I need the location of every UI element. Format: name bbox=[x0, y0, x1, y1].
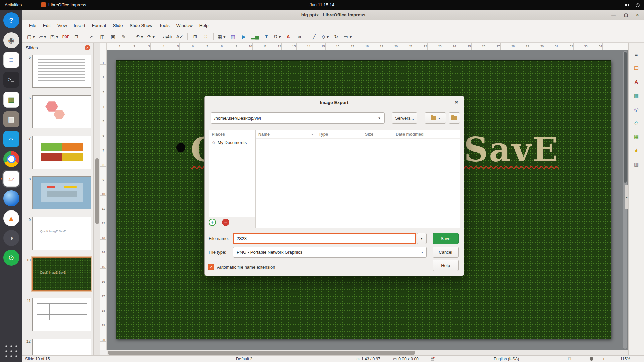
document-modified-icon[interactable] bbox=[430, 356, 435, 362]
minimize-button[interactable]: — bbox=[611, 12, 616, 17]
scrollbar-thumb[interactable] bbox=[108, 351, 415, 355]
paste-button[interactable]: ▣ bbox=[108, 32, 118, 41]
scrollbar-thumb[interactable] bbox=[95, 158, 99, 224]
insert-textbox-button[interactable]: T bbox=[261, 32, 271, 41]
shapes-icon[interactable]: ◇ bbox=[631, 118, 641, 128]
slide-thumbnail-item[interactable]: 10 QuicK ImagE SavE bbox=[23, 257, 93, 291]
file-list-column-header[interactable]: Date modified bbox=[393, 130, 459, 138]
dock-terminal[interactable]: >_ bbox=[3, 72, 19, 88]
insert-image-button[interactable]: ▨ bbox=[228, 32, 238, 41]
print-button[interactable]: ⊟ bbox=[71, 32, 82, 41]
language-status[interactable]: English (USA) bbox=[494, 356, 519, 362]
zoom-slider-thumb[interactable] bbox=[590, 357, 593, 361]
shapes-button[interactable]: ◇ ▾ bbox=[320, 32, 331, 41]
save-button[interactable]: ◰ ▾ bbox=[49, 32, 60, 41]
slides-panel-close-icon[interactable]: × bbox=[85, 45, 90, 50]
slide-transition-icon[interactable]: ▦ bbox=[631, 132, 641, 142]
path-combobox[interactable]: /home/user/Desktop/vivi bbox=[211, 112, 385, 124]
slide-thumbnail[interactable] bbox=[32, 339, 91, 355]
dock-browser[interactable] bbox=[3, 190, 19, 206]
dock-gimp[interactable]: ◑ bbox=[3, 230, 19, 246]
file-name-input[interactable]: 2323 bbox=[233, 233, 416, 244]
menu-window[interactable]: Window bbox=[173, 22, 196, 29]
slide-thumbnail-item[interactable]: 8 bbox=[23, 176, 93, 209]
menu-insert[interactable]: Insert bbox=[71, 22, 88, 29]
slide-thumbnail[interactable] bbox=[32, 176, 91, 209]
slide-thumbnail-item[interactable]: 6 bbox=[23, 95, 93, 128]
sidebar-collapse-handle[interactable]: ◂ bbox=[625, 185, 628, 209]
open-file-button[interactable]: ▱ ▾ bbox=[37, 32, 48, 41]
dock-file-manager[interactable]: ▤ bbox=[3, 111, 19, 127]
find-replace-button[interactable]: a⇄b bbox=[161, 32, 174, 41]
slide-thumbnail-item[interactable]: 5 bbox=[23, 55, 93, 88]
scrollbar-thumb[interactable] bbox=[624, 52, 627, 183]
navigator-icon[interactable]: ◎ bbox=[631, 104, 641, 114]
slide-thumbnail[interactable] bbox=[32, 298, 91, 331]
insert-table-button[interactable]: ▦ ▾ bbox=[216, 32, 227, 41]
gallery-icon[interactable]: ▧ bbox=[631, 90, 641, 101]
servers-button[interactable]: Servers... bbox=[392, 112, 417, 124]
path-dropdown-icon[interactable]: ▾ bbox=[374, 112, 384, 124]
slide-thumbnail[interactable]: QuicK ImagE SavE bbox=[32, 217, 91, 250]
menu-slide-show[interactable]: Slide Show bbox=[127, 22, 156, 29]
special-character-button[interactable]: Ω ▾ bbox=[272, 32, 282, 41]
export-pdf-button[interactable]: PDF bbox=[61, 32, 71, 41]
animation-icon[interactable]: ★ bbox=[631, 145, 641, 156]
redo-button[interactable]: ↷ ▾ bbox=[146, 32, 157, 41]
insert-line-button[interactable]: ╱ bbox=[309, 32, 319, 41]
menu-edit[interactable]: Edit bbox=[40, 22, 54, 29]
spelling-button[interactable]: A✓ bbox=[175, 32, 185, 41]
slides-panel-scrollbar[interactable] bbox=[94, 43, 100, 355]
clock[interactable]: Jun 11 15:14 bbox=[0, 2, 644, 7]
zoom-out-button[interactable]: − bbox=[576, 356, 581, 362]
menu-help[interactable]: Help bbox=[196, 22, 212, 29]
rotate-button[interactable]: ↻ bbox=[331, 32, 341, 41]
auto-extension-checkbox[interactable]: ✓ bbox=[208, 264, 214, 270]
undo-button[interactable]: ↶ ▾ bbox=[134, 32, 145, 41]
insert-media-button[interactable]: ▶ bbox=[239, 32, 249, 41]
dock-screenshot-tool[interactable]: ◉ bbox=[3, 32, 19, 48]
menu-tools[interactable]: Tools bbox=[156, 22, 173, 29]
file-name-dropdown-icon[interactable]: ▾ bbox=[417, 233, 427, 244]
dock-help[interactable]: ? bbox=[3, 12, 19, 28]
slide-thumbnail-item[interactable]: 12 bbox=[23, 339, 93, 355]
slide-thumbnail[interactable]: QuicK ImagE SavE bbox=[32, 257, 91, 291]
dock-software-center[interactable]: ⊙ bbox=[3, 250, 19, 266]
display-views-button[interactable]: ▭ ▾ bbox=[342, 32, 353, 41]
window-title-bar[interactable]: big.pptx - LibreOffice Impress — ▢ × bbox=[22, 10, 644, 20]
add-place-button[interactable]: + bbox=[209, 219, 216, 226]
slide-thumbnail-item[interactable]: 9 QuicK ImagE SavE bbox=[23, 217, 93, 250]
layout-name-status[interactable]: Default 2 bbox=[236, 356, 252, 362]
dock-vlc[interactable]: ▲ bbox=[3, 210, 19, 226]
system-status-area[interactable] bbox=[625, 3, 640, 7]
create-folder-button[interactable]: ▾ bbox=[425, 112, 446, 124]
dock-libreoffice-writer[interactable]: ≡ bbox=[3, 52, 19, 68]
slide-thumbnail[interactable] bbox=[32, 95, 91, 128]
slide-thumbnail[interactable] bbox=[32, 136, 91, 169]
hyperlink-button[interactable]: ∞ bbox=[294, 32, 304, 41]
master-slides-icon[interactable]: ▥ bbox=[631, 159, 641, 169]
properties-icon[interactable]: ▤ bbox=[631, 63, 641, 73]
new-document-button[interactable]: ▢ ▾ bbox=[25, 32, 37, 41]
menu-format[interactable]: Format bbox=[89, 22, 109, 29]
maximize-button[interactable]: ▢ bbox=[624, 12, 628, 17]
zoom-level-status[interactable]: 115% bbox=[620, 356, 630, 362]
dock-chrome[interactable] bbox=[3, 151, 19, 167]
dock-show-applications[interactable] bbox=[3, 343, 19, 359]
styles-icon[interactable]: A bbox=[631, 77, 641, 87]
menu-file[interactable]: File bbox=[26, 22, 39, 29]
canvas-horizontal-scrollbar[interactable] bbox=[107, 350, 628, 355]
menu-slide[interactable]: Slide bbox=[110, 22, 126, 29]
help-button[interactable]: Help bbox=[433, 260, 459, 271]
file-list-column-header[interactable]: Type bbox=[316, 130, 362, 138]
copy-button[interactable]: ◫ bbox=[97, 32, 107, 41]
display-grid-button[interactable]: ⊞ bbox=[190, 32, 200, 41]
zoom-slider[interactable] bbox=[583, 356, 600, 362]
slide-count-status[interactable]: Slide 10 of 15 bbox=[25, 356, 50, 362]
insert-chart-button[interactable]: ▂▅ bbox=[250, 32, 261, 41]
cut-button[interactable]: ✂ bbox=[87, 32, 97, 41]
fontwork-button[interactable]: A bbox=[283, 32, 293, 41]
remove-place-button[interactable]: − bbox=[222, 219, 229, 226]
clone-formatting-button[interactable]: ✎ bbox=[119, 32, 129, 41]
cancel-button[interactable]: Cancel bbox=[433, 247, 459, 258]
